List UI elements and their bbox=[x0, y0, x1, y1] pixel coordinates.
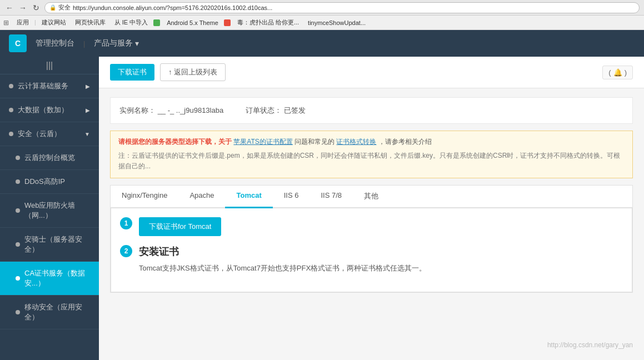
sidebar-item-ddos[interactable]: DDoS高防IP bbox=[0, 170, 99, 194]
bookmark-suggest[interactable]: 建议网站 bbox=[38, 17, 69, 28]
bookmarks-bar: ⊞ 应用 | 建议网站 网页快讯库 从 IE 中导入 Android 5.x T… bbox=[0, 16, 644, 30]
instance-label: 实例名称： __ -_ .._j9u9813laba bbox=[119, 106, 223, 116]
sidebar-item-ca-cert[interactable]: CA证书服务（数据安...） bbox=[0, 262, 99, 296]
page-header: 下载证书 ↑ 返回上级列表 ( 🔔 ) bbox=[99, 57, 644, 88]
sidebar-item-mobile-security[interactable]: 移动安全（应用安全） bbox=[0, 296, 99, 329]
address-bar[interactable]: 🔒 安全 https://yundun.console.aliyun.com/?… bbox=[44, 2, 640, 13]
step-2-content: 安装证书 Tomcat支持JKS格式证书，从Tomcat7开始也支持PFX格式证… bbox=[139, 245, 623, 274]
sidebar-dot bbox=[9, 108, 13, 112]
arrow-icon: ▶ bbox=[86, 107, 90, 113]
sidebar-item-security-agent[interactable]: 安骑士（服务器安全） bbox=[0, 228, 99, 262]
bookmark-ie[interactable]: 从 IE 中导入 bbox=[111, 17, 152, 28]
sidebar-item-security[interactable]: 安全（云盾） ▼ bbox=[0, 122, 99, 146]
tab-nginx[interactable]: Nginx/Tengine bbox=[111, 186, 178, 208]
tab-apache[interactable]: Apache bbox=[178, 186, 225, 208]
step-2-num: 2 bbox=[120, 245, 132, 257]
cert-format-link[interactable]: 证书格式转换 bbox=[336, 138, 376, 146]
top-nav: C 管理控制台 | 产品与服务 ▾ bbox=[0, 30, 644, 57]
sidebar-item-shield-overview[interactable]: 云盾控制台概览 bbox=[0, 146, 99, 170]
lock-icon: 🔒 bbox=[49, 4, 56, 11]
arrow-icon: ▼ bbox=[84, 131, 90, 137]
sidebar-dot bbox=[9, 84, 13, 88]
sidebar-dot bbox=[16, 276, 20, 281]
sidebar-dot bbox=[16, 242, 20, 247]
download-cert-button[interactable]: 下载证书 bbox=[110, 64, 154, 81]
tab-other[interactable]: 其他 bbox=[353, 186, 390, 208]
bell-icon: 🔔 bbox=[613, 68, 622, 77]
install-cert-title: 安装证书 bbox=[139, 245, 623, 258]
apple-ats-link[interactable]: 苹果ATS的证书配置 bbox=[233, 138, 292, 146]
order-status: 订单状态： 已签发 bbox=[246, 106, 306, 116]
bookmark-android[interactable]: Android 5.x Theme bbox=[163, 18, 222, 27]
notification-area[interactable]: ( 🔔 ) bbox=[602, 66, 633, 79]
instance-info: 实例名称： __ -_ .._j9u9813laba 订单状态： 已签发 bbox=[110, 97, 633, 124]
refresh-button[interactable]: ↻ bbox=[31, 3, 41, 13]
info-line1: 请根据您的服务器类型选择下载，关于 苹果ATS的证书配置 问题和常见的 证书格式… bbox=[118, 137, 625, 147]
step-2: 2 安装证书 Tomcat支持JKS格式证书，从Tomcat7开始也支持PFX格… bbox=[120, 245, 623, 274]
sidebar-item-waf[interactable]: Web应用防火墙（网...） bbox=[0, 194, 99, 228]
info-note: 注：云盾证书提供的证书文件后缀是.pem，如果是系统创建的CSR，同时还会伴随证… bbox=[118, 151, 625, 172]
back-to-list-button[interactable]: ↑ 返回上级列表 bbox=[160, 63, 226, 81]
sidebar-dot bbox=[16, 310, 20, 314]
step-1-num: 1 bbox=[120, 217, 132, 229]
bookmark-hupu[interactable]: 毒：虎扑出品 给你更... bbox=[234, 17, 302, 28]
back-button[interactable]: ← bbox=[4, 3, 14, 13]
paren-left: ( bbox=[608, 68, 611, 77]
product-menu[interactable]: 产品与服务 ▾ bbox=[94, 38, 139, 48]
sidebar: ||| 云计算基础服务 ▶ 大数据（数加） ▶ 安全（云盾） ▼ 云盾控制台概览 bbox=[0, 57, 99, 360]
download-tomcat-button[interactable]: 下载证书for Tomcat bbox=[139, 217, 221, 236]
sidebar-item-big-data[interactable]: 大数据（数加） ▶ bbox=[0, 98, 99, 122]
tab-iis6[interactable]: IIS 6 bbox=[273, 186, 310, 208]
step-1: 1 下载证书for Tomcat bbox=[120, 217, 623, 236]
browser-bar: ← → ↻ 🔒 安全 https://yundun.console.aliyun… bbox=[0, 0, 644, 16]
bookmark-news[interactable]: 网页快讯库 bbox=[72, 17, 109, 28]
bookmark-apps[interactable]: 应用 bbox=[13, 17, 32, 28]
step-1-content: 下载证书for Tomcat bbox=[139, 217, 623, 236]
secure-label: 安全 bbox=[58, 3, 71, 12]
content-body: 实例名称： __ -_ .._j9u9813laba 订单状态： 已签发 请根据… bbox=[99, 88, 644, 302]
paren-right: ) bbox=[625, 68, 627, 77]
url-text: https://yundun.console.aliyun.com/?spm=5… bbox=[73, 4, 272, 11]
android-icon bbox=[153, 19, 160, 26]
bookmark-tiny[interactable]: tinymceShowUpdat... bbox=[304, 18, 369, 27]
content-area: 下载证书 ↑ 返回上级列表 ( 🔔 ) 实例名称： __ -_ .._j9u98… bbox=[99, 57, 644, 360]
app-container: C 管理控制台 | 产品与服务 ▾ ||| 云计算基础服务 ▶ 大数据（数加） … bbox=[0, 30, 644, 360]
info-main-text: 请根据您的服务器类型选择下载，关于 bbox=[118, 138, 232, 146]
sidebar-dot bbox=[16, 156, 20, 160]
install-cert-desc: Tomcat支持JKS格式证书，从Tomcat7开始也支持PFX格式证书，两种证… bbox=[139, 263, 623, 274]
main-layout: ||| 云计算基础服务 ▶ 大数据（数加） ▶ 安全（云盾） ▼ 云盾控制台概览 bbox=[0, 57, 644, 360]
apps-icon: ⊞ bbox=[3, 19, 9, 27]
sidebar-dot bbox=[16, 179, 20, 184]
tab-content-tomcat: 1 下载证书for Tomcat 2 安装证书 Tomcat支持JKS格式证书，… bbox=[111, 208, 632, 293]
sidebar-dot bbox=[9, 132, 13, 136]
sidebar-collapse-button[interactable]: ||| bbox=[0, 57, 99, 74]
tabs-header: Nginx/Tengine Apache Tomcat IIS 6 IIS 7/… bbox=[111, 186, 632, 208]
tabs-container: Nginx/Tengine Apache Tomcat IIS 6 IIS 7/… bbox=[110, 185, 633, 293]
forward-button[interactable]: → bbox=[18, 3, 28, 13]
sidebar-item-cloud-compute[interactable]: 云计算基础服务 ▶ bbox=[0, 74, 99, 98]
tab-tomcat[interactable]: Tomcat bbox=[225, 186, 272, 208]
info-box: 请根据您的服务器类型选择下载，关于 苹果ATS的证书配置 问题和常见的 证书格式… bbox=[110, 131, 633, 178]
arrow-icon: ▶ bbox=[86, 83, 90, 89]
hupu-icon bbox=[224, 19, 231, 26]
logo: C bbox=[9, 34, 27, 52]
tab-iis78[interactable]: IIS 7/8 bbox=[310, 186, 353, 208]
sidebar-dot bbox=[16, 208, 20, 213]
console-title[interactable]: 管理控制台 bbox=[36, 38, 74, 48]
